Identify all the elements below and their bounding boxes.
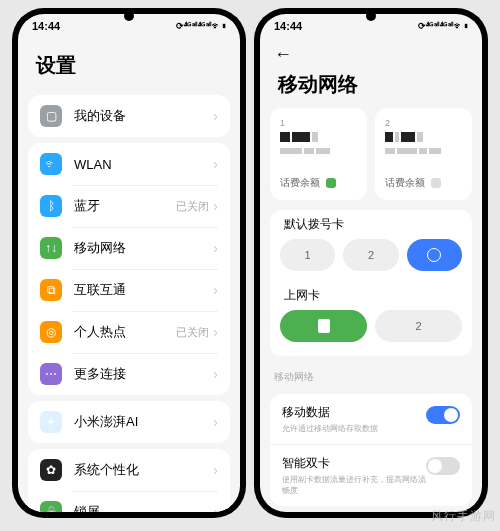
status-icons: ⟳ ⁴ᴳ ᵃˡˡ ⁴ᴳ ᵃˡˡ ᯤ ▮: [418, 21, 468, 31]
row-extra: 已关闭: [176, 325, 209, 340]
mobile-network-section-header: 移动网络: [260, 362, 482, 388]
data-choice-2[interactable]: 2: [375, 310, 462, 342]
balance-indicator-icon: [326, 178, 336, 188]
data-card-choice: 2: [270, 310, 472, 352]
hotspot-icon: ◎: [40, 321, 62, 343]
data-card-label: 上网卡: [270, 281, 472, 310]
clock: 14:44: [274, 20, 302, 32]
mobile-data-label: 移动数据: [282, 404, 426, 421]
xiaomi-ai-icon: ✦: [40, 411, 62, 433]
phone-right: 14:44 ⟳ ⁴ᴳ ᵃˡˡ ⁴ᴳ ᵃˡˡ ᯤ ▮ ← 移动网络 1: [254, 8, 488, 518]
screen-mobile-network: 14:44 ⟳ ⁴ᴳ ᵃˡˡ ⁴ᴳ ᵃˡˡ ᯤ ▮ ← 移动网络 1: [260, 14, 482, 512]
sim-number: 1: [280, 118, 357, 128]
settings-row-hotspot[interactable]: ◎个人热点已关闭›: [28, 311, 230, 353]
data-choice-1[interactable]: [280, 310, 367, 342]
row-label: 个人热点: [74, 323, 176, 341]
chevron-right-icon: ›: [213, 282, 218, 298]
dial-choice-auto[interactable]: [407, 239, 462, 271]
settings-row-bluetooth[interactable]: ᛒ蓝牙已关闭›: [28, 185, 230, 227]
smart-dual-toggle[interactable]: [426, 457, 460, 475]
sim-card-2[interactable]: 2 话费余额: [375, 108, 472, 200]
settings-row-mobile-network[interactable]: ↑↓移动网络›: [28, 227, 230, 269]
settings-group: ▢我的设备›: [28, 95, 230, 137]
page-title: 设置: [18, 38, 240, 89]
sim-name-mask: [385, 132, 462, 142]
sim1-icon: [318, 319, 330, 333]
sim-number-mask: [280, 148, 357, 154]
bluetooth-icon: ᛒ: [40, 195, 62, 217]
row-label: 蓝牙: [74, 197, 176, 215]
camera-notch: [124, 11, 134, 21]
interconnect-icon: ⧉: [40, 279, 62, 301]
camera-notch: [366, 11, 376, 21]
default-dial-label: 默认拨号卡: [270, 210, 472, 239]
settings-row-wlan[interactable]: ᯤWLAN›: [28, 143, 230, 185]
chevron-right-icon: ›: [213, 324, 218, 340]
screen-settings: 14:44 ⟳ ⁴ᴳ ᵃˡˡ ⁴ᴳ ᵃˡˡ ᯤ ▮ 设置 ▢我的设备›ᯤWLAN…: [18, 14, 240, 512]
smart-dual-sub: 使用副卡数据流量进行补充，提高网络流畅度: [282, 474, 426, 496]
auto-icon: [427, 248, 441, 262]
more-connection-icon: ⋯: [40, 363, 62, 385]
chevron-right-icon: ›: [213, 156, 218, 172]
row-label: WLAN: [74, 157, 213, 172]
chevron-right-icon: ›: [213, 198, 218, 214]
mobile-data-row[interactable]: 移动数据 允许通过移动网络存取数据: [270, 394, 472, 444]
lockscreen-icon: 🔒: [40, 501, 62, 512]
settings-row-more-connection[interactable]: ⋯更多连接›: [28, 353, 230, 395]
chevron-right-icon: ›: [213, 366, 218, 382]
chevron-right-icon: ›: [213, 504, 218, 512]
settings-row-lockscreen[interactable]: 🔒锁屏›: [28, 491, 230, 512]
default-dial-choice: 1 2: [270, 239, 472, 281]
row-label: 移动网络: [74, 239, 213, 257]
settings-group: ᯤWLAN›ᛒ蓝牙已关闭›↑↓移动网络›⧉互联互通›◎个人热点已关闭›⋯更多连接…: [28, 143, 230, 395]
settings-row-xiaomi-ai[interactable]: ✦小米澎湃AI›: [28, 401, 230, 443]
settings-row-device[interactable]: ▢我的设备›: [28, 95, 230, 137]
sim-name-mask: [280, 132, 357, 142]
settings-row-interconnect[interactable]: ⧉互联互通›: [28, 269, 230, 311]
clock: 14:44: [32, 20, 60, 32]
settings-group: ✿系统个性化›🔒锁屏›▭通知与状态栏›⌂桌面›◐显示与亮度›: [28, 449, 230, 512]
sim-card-1[interactable]: 1 话费余额: [270, 108, 367, 200]
wlan-icon: ᯤ: [40, 153, 62, 175]
sim-number: 2: [385, 118, 462, 128]
device-icon: ▢: [40, 105, 62, 127]
mobile-data-sub: 允许通过移动网络存取数据: [282, 423, 426, 434]
phone-left: 14:44 ⟳ ⁴ᴳ ᵃˡˡ ⁴ᴳ ᵃˡˡ ᯤ ▮ 设置 ▢我的设备›ᯤWLAN…: [12, 8, 246, 518]
row-label: 小米澎湃AI: [74, 413, 213, 431]
sim-balance-label: 话费余额: [385, 176, 462, 190]
mobile-data-toggle[interactable]: [426, 406, 460, 424]
dial-choice-1[interactable]: 1: [280, 239, 335, 271]
row-label: 我的设备: [74, 107, 213, 125]
sim-number-mask: [385, 148, 462, 154]
row-label: 互联互通: [74, 281, 213, 299]
row-label: 系统个性化: [74, 461, 213, 479]
chevron-right-icon: ›: [213, 108, 218, 124]
row-extra: 已关闭: [176, 199, 209, 214]
personalize-icon: ✿: [40, 459, 62, 481]
dial-choice-2[interactable]: 2: [343, 239, 398, 271]
chevron-right-icon: ›: [213, 414, 218, 430]
smart-dual-row[interactable]: 智能双卡 使用副卡数据流量进行补充，提高网络流畅度: [270, 444, 472, 506]
back-icon[interactable]: ←: [274, 44, 292, 65]
row-label: 锁屏: [74, 503, 213, 512]
settings-group: ✦小米澎湃AI›: [28, 401, 230, 443]
page-title: 移动网络: [260, 67, 482, 108]
mobile-network-icon: ↑↓: [40, 237, 62, 259]
balance-indicator-icon: [431, 178, 441, 188]
status-icons: ⟳ ⁴ᴳ ᵃˡˡ ⁴ᴳ ᵃˡˡ ᯤ ▮: [176, 21, 226, 31]
settings-row-personalize[interactable]: ✿系统个性化›: [28, 449, 230, 491]
smart-dual-label: 智能双卡: [282, 455, 426, 472]
watermark: 风行手游网: [431, 508, 496, 525]
chevron-right-icon: ›: [213, 462, 218, 478]
sim-balance-label: 话费余额: [280, 176, 357, 190]
row-label: 更多连接: [74, 365, 213, 383]
chevron-right-icon: ›: [213, 240, 218, 256]
